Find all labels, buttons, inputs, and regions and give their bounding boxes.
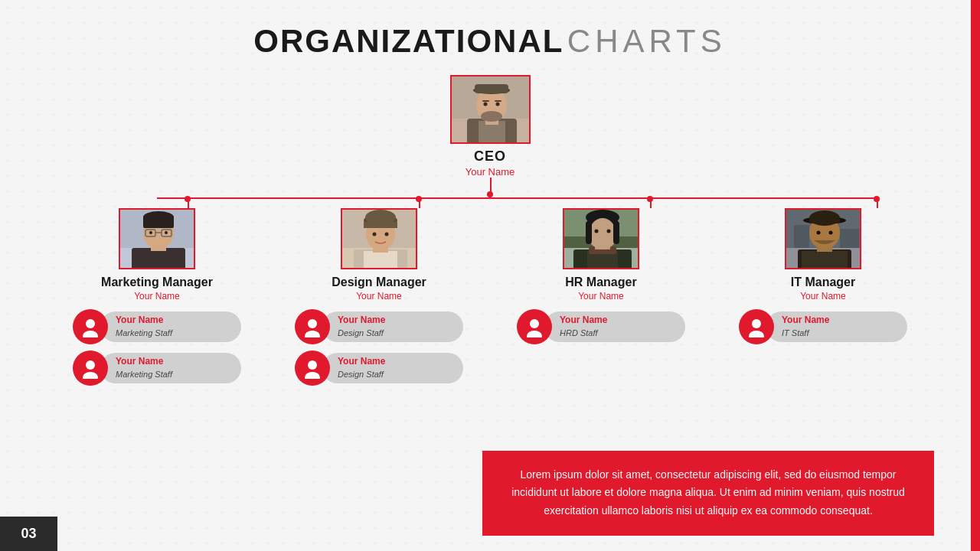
it-staff-list: Your Name IT Staff <box>739 309 907 344</box>
list-item: Your Name Design Staff <box>295 350 463 386</box>
ceo-photo <box>452 77 531 144</box>
marketing-photo-wrapper <box>119 208 195 269</box>
staff-role: HRD Staff <box>560 328 598 337</box>
svg-rect-66 <box>802 251 848 269</box>
manager-col-it: IT Manager Your Name Your Name I <box>712 208 934 344</box>
org-chart: CEO Your Name <box>31 75 949 386</box>
staff-name: Your Name <box>116 356 232 367</box>
svg-point-60 <box>527 331 542 337</box>
hr-photo <box>564 210 639 269</box>
ceo-node: CEO Your Name <box>450 75 531 178</box>
it-role: IT Manager <box>791 276 855 289</box>
design-role: Design Manager <box>332 276 426 289</box>
svg-point-59 <box>530 319 539 328</box>
avatar <box>517 309 552 344</box>
manager-col-design: Design Manager Your Name Your Name <box>268 208 490 386</box>
design-staff-list: Your Name Design Staff Your Name <box>295 309 463 386</box>
svg-point-38 <box>373 233 377 236</box>
list-item: Your Name Marketing Staff <box>73 309 241 344</box>
dot-design <box>416 196 422 202</box>
svg-point-24 <box>165 231 168 234</box>
manager-col-hr: HR Manager Your Name Your Name H <box>490 208 712 344</box>
page: ORGANIZATIONAL CHARTS <box>0 0 980 551</box>
staff-role: Design Staff <box>338 328 384 337</box>
svg-point-25 <box>86 319 95 328</box>
ceo-vertical-line <box>490 178 492 193</box>
staff-info: Your Name Design Staff <box>322 311 463 342</box>
svg-rect-7 <box>475 84 508 93</box>
svg-point-58 <box>607 230 611 233</box>
svg-rect-11 <box>482 100 489 102</box>
dot-hr <box>647 196 653 202</box>
staff-role: IT Staff <box>782 328 808 337</box>
svg-point-74 <box>752 319 761 328</box>
svg-rect-12 <box>495 100 501 102</box>
it-photo-wrapper <box>785 208 861 269</box>
svg-point-28 <box>83 372 98 379</box>
title-bold: ORGANIZATIONAL <box>253 23 564 59</box>
hr-name: Your Name <box>578 291 624 302</box>
tree-connectors <box>46 178 934 208</box>
svg-point-9 <box>483 103 487 106</box>
list-item: Your Name IT Staff <box>739 309 907 344</box>
svg-point-41 <box>305 331 320 337</box>
svg-rect-71 <box>809 216 840 223</box>
staff-info: Your Name HRD Staff <box>544 311 685 342</box>
svg-rect-15 <box>132 248 185 269</box>
svg-point-42 <box>308 360 317 370</box>
avatar <box>295 309 330 344</box>
staff-info: Your Name Marketing Staff <box>100 353 241 383</box>
staff-name: Your Name <box>782 315 898 325</box>
marketing-role: Marketing Manager <box>101 276 213 289</box>
svg-rect-63 <box>794 225 809 248</box>
ceo-photo-wrapper <box>450 75 531 144</box>
page-title: ORGANIZATIONAL CHARTS <box>31 23 949 60</box>
svg-point-27 <box>86 360 95 370</box>
svg-point-72 <box>817 231 821 235</box>
svg-point-23 <box>149 231 152 234</box>
hr-photo-wrapper <box>563 208 639 269</box>
svg-rect-64 <box>840 229 859 248</box>
svg-point-75 <box>749 331 764 337</box>
staff-info: Your Name IT Staff <box>766 311 907 342</box>
hr-role: HR Manager <box>565 276 636 289</box>
dot-it <box>874 196 880 202</box>
svg-rect-55 <box>586 221 592 244</box>
svg-point-8 <box>481 111 502 122</box>
staff-info: Your Name Marketing Staff <box>100 311 241 342</box>
svg-point-40 <box>308 319 317 328</box>
staff-name: Your Name <box>338 356 454 367</box>
ceo-dot <box>487 191 493 197</box>
avatar <box>295 350 330 386</box>
svg-point-26 <box>83 331 98 337</box>
ceo-role: CEO <box>474 148 506 165</box>
dot-marketing <box>185 196 191 202</box>
it-name: Your Name <box>800 291 846 302</box>
hr-staff-list: Your Name HRD Staff <box>517 309 685 344</box>
description-text: Lorem ipsum dolor sit amet, consectetur … <box>505 466 911 520</box>
avatar <box>739 309 774 344</box>
svg-point-54 <box>590 218 616 247</box>
list-item: Your Name Design Staff <box>295 309 463 344</box>
staff-role: Marketing Staff <box>116 370 172 379</box>
design-photo <box>342 210 417 269</box>
design-name: Your Name <box>356 291 402 302</box>
svg-point-39 <box>385 233 389 236</box>
list-item: Your Name HRD Staff <box>517 309 685 344</box>
staff-role: Design Staff <box>338 370 384 379</box>
description-box: Lorem ipsum dolor sit amet, consectetur … <box>482 451 934 536</box>
staff-name: Your Name <box>560 315 676 325</box>
title-light: CHARTS <box>567 23 727 59</box>
it-photo <box>786 210 861 269</box>
marketing-photo <box>120 210 195 269</box>
ceo-name: Your Name <box>466 166 515 178</box>
svg-rect-56 <box>613 221 619 244</box>
svg-rect-19 <box>143 216 174 228</box>
svg-point-43 <box>305 372 320 379</box>
svg-rect-37 <box>364 222 397 228</box>
slide-number: 03 <box>0 517 57 551</box>
svg-point-57 <box>595 230 599 233</box>
managers-row: Marketing Manager Your Name Your Name <box>46 208 934 386</box>
svg-rect-32 <box>364 251 397 269</box>
staff-info: Your Name Design Staff <box>322 353 463 383</box>
